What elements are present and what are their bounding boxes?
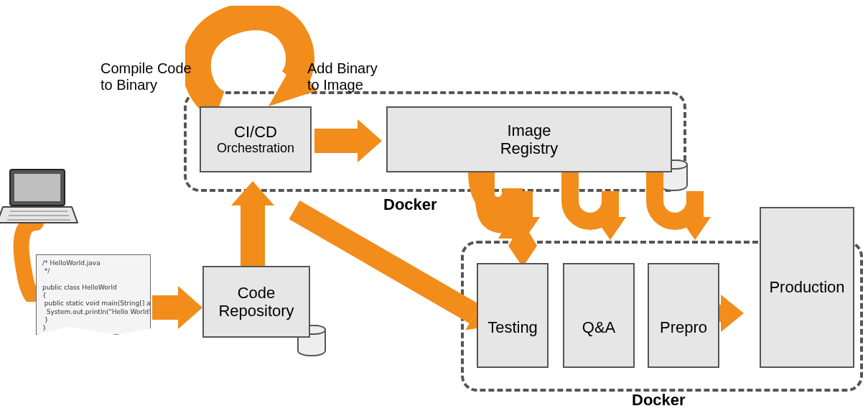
registry-subtitle: Registry [500, 139, 559, 157]
svg-marker-6 [501, 216, 524, 239]
node-production: Production [760, 207, 854, 368]
arrow-cicd-to-registry [314, 119, 382, 162]
qa-title: Q&A [582, 318, 615, 336]
laptop-icon [0, 165, 79, 230]
code-snippet-sheet: /* HelloWorld.java */ public class Hello… [36, 254, 151, 335]
code-repo-subtitle: Repository [218, 302, 294, 320]
svg-marker-15 [679, 217, 711, 240]
code-repo-title: Code [238, 284, 276, 302]
svg-rect-0 [10, 170, 65, 206]
registry-title: Image [507, 121, 551, 139]
label-add-binary: Add Binary to Image [307, 60, 378, 93]
arrow-code-to-repo [152, 286, 202, 329]
label-compile-code: Compile Code to Binary [101, 60, 192, 93]
node-image-registry: Image Registry [386, 106, 672, 172]
node-code-repository: Code Repository [202, 266, 310, 338]
svg-marker-11 [508, 217, 540, 240]
diagram-canvas: Docker Docker /* HelloWorld.java */ publ… [0, 0, 868, 411]
docker-bottom-label: Docker [632, 391, 686, 410]
node-prepro: Prepro [648, 263, 719, 368]
testing-title: Testing [487, 318, 538, 336]
arrow-repo-to-cicd [231, 181, 274, 267]
pipeline-arrow-shaft-end [719, 305, 727, 322]
prepro-title: Prepro [660, 318, 707, 336]
node-cicd: CI/CD Orchestration [200, 106, 312, 172]
production-title: Production [769, 278, 844, 296]
cicd-title: CI/CD [234, 123, 277, 141]
svg-marker-13 [594, 217, 626, 240]
docker-top-label: Docker [383, 195, 437, 214]
node-qa: Q&A [563, 263, 635, 368]
svg-marker-7 [498, 214, 527, 239]
svg-rect-1 [14, 174, 60, 201]
cicd-subtitle: Orchestration [217, 141, 294, 156]
node-testing: Testing [477, 263, 549, 368]
